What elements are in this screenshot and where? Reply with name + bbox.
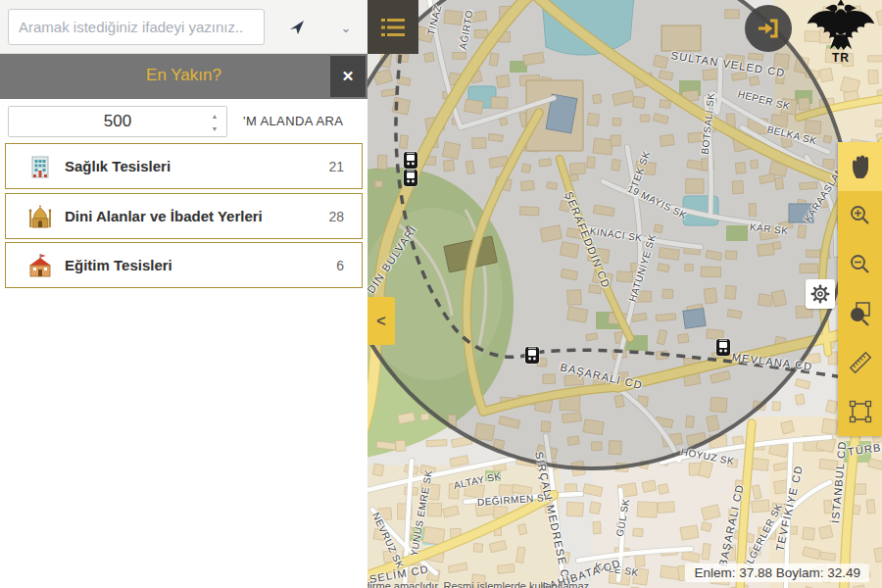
zoom-window-icon — [848, 301, 873, 326]
zoom-out-icon — [849, 253, 872, 276]
layers-menu-button[interactable] — [368, 0, 418, 54]
tram-stop-icon — [404, 152, 417, 169]
category-label: Eğitim Tesisleri — [65, 257, 172, 273]
radius-unit-label: 'M ALANDA ARA — [243, 114, 343, 128]
chevron-left-icon: < — [376, 313, 385, 329]
municipality-logo: TR — [804, 0, 878, 65]
search-input[interactable] — [8, 9, 265, 45]
tram-stop-icon — [716, 339, 730, 356]
zoom-out-tool-button[interactable] — [838, 240, 882, 289]
category-count: 21 — [328, 159, 344, 174]
category-count: 6 — [336, 258, 344, 273]
category-health-facilities[interactable]: Sağlık Tesisleri 21 — [5, 143, 363, 189]
pan-tool-button[interactable] — [838, 142, 882, 191]
hand-icon — [849, 154, 872, 179]
category-count: 28 — [328, 209, 344, 224]
spinner-up-icon[interactable]: ▲ — [209, 112, 220, 121]
panel-header: En Yakın? ✕ — [0, 54, 368, 99]
map-attribution: bilgilendirme amaçlıdır. Resmi işlemlerd… — [368, 580, 589, 588]
mosque-icon — [27, 204, 53, 229]
zoom-in-tool-button[interactable] — [838, 191, 882, 240]
map-application: TINAZAĞIRTOSULTAN VELED CDHEPER SKBELKA … — [0, 0, 882, 588]
radius-input[interactable] — [9, 107, 226, 136]
tram-stop-icon — [404, 170, 417, 186]
category-education-facilities[interactable]: Eğitim Tesisleri 6 — [5, 242, 363, 288]
close-button[interactable]: ✕ — [330, 56, 366, 97]
navigation-arrow-icon — [288, 19, 306, 36]
category-label: Dini Alanlar ve İbadet Yerleri — [65, 208, 263, 224]
ruler-icon — [848, 350, 873, 375]
chevron-down-icon: ⌄ — [341, 21, 352, 35]
search-bar: ⌄ — [0, 0, 368, 54]
radius-row: ▲ ▼ 'M ALANDA ARA — [0, 99, 368, 143]
close-icon: ✕ — [342, 68, 355, 84]
gear-icon — [809, 283, 831, 305]
settings-button[interactable] — [806, 279, 835, 309]
tram-stop-icon — [525, 347, 539, 364]
hospital-icon — [27, 154, 53, 179]
spinner-down-icon[interactable]: ▼ — [209, 124, 220, 133]
sidebar: ⌄ En Yakın? ✕ ▲ ▼ 'M ALANDA ARA — [0, 0, 368, 588]
login-button[interactable] — [745, 5, 792, 52]
list-menu-icon — [381, 18, 405, 37]
locate-button[interactable] — [282, 14, 312, 41]
sidebar-collapse-button[interactable]: < — [368, 297, 395, 345]
logo-caption: TR — [804, 51, 878, 65]
zoom-window-tool-button[interactable] — [838, 289, 882, 338]
map-toolbar — [838, 142, 882, 436]
sign-in-icon — [756, 17, 781, 40]
number-spinner[interactable]: ▲ ▼ — [209, 112, 220, 133]
panel-title: En Yakın? — [0, 66, 368, 85]
school-icon — [27, 253, 53, 278]
coordinate-readout: Enlem: 37.88 Boylam: 32.49 — [685, 564, 869, 582]
extent-rectangle-icon — [848, 399, 873, 424]
category-label: Sağlık Tesisleri — [65, 158, 171, 174]
search-dropdown-button[interactable]: ⌄ — [331, 14, 361, 41]
zoom-in-icon — [849, 204, 872, 227]
measure-tool-button[interactable] — [838, 338, 882, 387]
extent-tool-button[interactable] — [838, 387, 882, 436]
category-religious-places[interactable]: Dini Alanlar ve İbadet Yerleri 28 — [5, 193, 363, 239]
double-headed-eagle-icon — [804, 0, 878, 51]
